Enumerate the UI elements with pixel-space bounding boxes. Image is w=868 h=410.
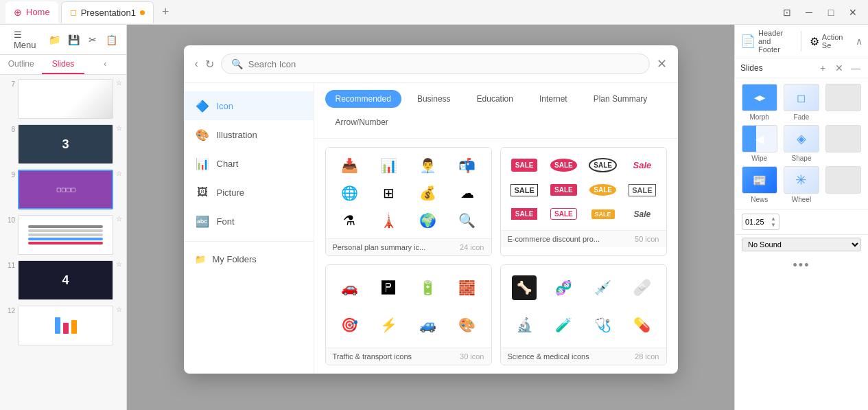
nav-item-illustration[interactable]: 🎨 Illustration xyxy=(184,120,314,149)
transition-wipe[interactable]: ◀ Wipe xyxy=(740,125,778,162)
sale-badge-2: SALE xyxy=(550,159,577,172)
expand-panel-button[interactable]: — xyxy=(849,62,863,73)
tab-education[interactable]: Education xyxy=(467,90,524,108)
icon-item: ⊞ xyxy=(376,181,401,205)
icon-item: 🩹 xyxy=(630,275,655,300)
close-button[interactable]: ✕ xyxy=(843,5,863,20)
more-dots-button[interactable]: ••• xyxy=(793,258,810,273)
icon-card-count: 28 icon xyxy=(635,352,659,361)
modal-header: ‹ ↻ 🔍 ✕ xyxy=(184,45,678,83)
slides-tab[interactable]: Slides xyxy=(42,55,84,74)
duration-input[interactable]: 01.25 ▲ ▼ xyxy=(742,214,779,230)
star-icon[interactable]: ☆ xyxy=(116,306,122,313)
tab-arrow-number[interactable]: Arrow/Number xyxy=(325,113,399,131)
tab-internet[interactable]: Internet xyxy=(529,90,578,108)
add-section-button[interactable]: + xyxy=(816,62,830,73)
icon-card-count: 50 icon xyxy=(635,235,659,243)
reader-footer-button[interactable]: 📄 Header andFooter xyxy=(740,29,793,54)
tab-business[interactable]: Business xyxy=(407,90,461,108)
nav-item-font[interactable]: 🔤 Font xyxy=(184,207,314,236)
close-panel-button[interactable]: ✕ xyxy=(832,62,846,73)
icon-card[interactable]: 🚗 🅿 🔋 🧱 🎯 ⚡ 🚙 🎨 xyxy=(325,264,492,365)
transition-wheel[interactable]: ✳ Wheel xyxy=(782,166,820,203)
duration-spinners[interactable]: ▲ ▼ xyxy=(771,216,776,228)
titlebar: ⊕ Home ◻ Presentation1 + ⊡ ─ □ ✕ xyxy=(0,0,868,25)
open-button[interactable]: 📁 xyxy=(48,30,62,49)
restore-button[interactable]: ⊡ xyxy=(777,5,797,20)
slide-thumbnail[interactable] xyxy=(18,306,113,345)
canvas-area[interactable]: ‹ ↻ 🔍 ✕ 🔷 I xyxy=(127,25,734,410)
list-item: 10 ☆ xyxy=(3,214,124,256)
action-section-button[interactable]: ⚙ Action Se xyxy=(810,33,850,49)
cut-button[interactable]: ✂ xyxy=(86,30,99,49)
home-tab[interactable]: ⊕ Home xyxy=(5,1,58,23)
transitions-header: Slides + ✕ — xyxy=(735,58,868,78)
transition-shape[interactable]: ◈ Shape xyxy=(782,125,820,162)
icon-item: ⚗ xyxy=(337,208,362,233)
picture-nav-icon: 🖼 xyxy=(195,185,210,200)
duration-up-button[interactable]: ▲ xyxy=(771,216,776,222)
more-button[interactable]: ∧ xyxy=(856,36,863,47)
search-input[interactable] xyxy=(248,59,640,69)
paste-button[interactable]: 📋 xyxy=(104,30,118,49)
icon-card[interactable]: SALE SALE SALE xyxy=(500,147,667,256)
slide-thumbnail[interactable]: 4 xyxy=(18,260,113,300)
action-header: 📄 Header andFooter ⚙ Action Se ∧ xyxy=(735,25,868,58)
nav-item-picture[interactable]: 🖼 Picture xyxy=(184,178,314,207)
transition-fade[interactable]: ◻ Fade xyxy=(782,84,820,121)
transition-news[interactable]: 📰 News xyxy=(740,166,778,203)
wheel-thumb: ✳ xyxy=(784,166,819,194)
sound-select[interactable]: No Sound xyxy=(742,238,861,251)
transition-empty-2 xyxy=(825,125,863,162)
transition-morph[interactable]: ◀▶ Morph xyxy=(740,84,778,121)
icon-card[interactable]: 📥 📊 👨‍💼 📬 🌐 ⊞ 💰 ☁ ⚗ xyxy=(325,147,492,256)
icon-card-name: Personal plan summary ic... xyxy=(333,243,426,251)
menu-button[interactable]: ☰ Menu xyxy=(8,27,43,53)
star-icon[interactable]: ☆ xyxy=(116,170,122,177)
save-button[interactable]: 💾 xyxy=(67,30,80,49)
list-item: 12 ☆ xyxy=(3,304,124,347)
icon-card-name: Science & medical icons xyxy=(508,352,589,361)
star-icon[interactable]: ☆ xyxy=(116,215,122,223)
transition-more xyxy=(825,166,863,203)
minimize-button[interactable]: ─ xyxy=(799,5,819,20)
sale-badge-8: SALE xyxy=(629,184,655,196)
folder-icon: 📁 xyxy=(195,254,206,264)
window-controls: ⊡ ─ □ ✕ xyxy=(777,5,863,20)
nav-item-chart[interactable]: 📊 Chart xyxy=(184,149,314,178)
icon-card-name: E-commerce discount pro... xyxy=(508,235,600,243)
search-icon: 🔍 xyxy=(231,58,243,69)
icon-card-footer: E-commerce discount pro... 50 icon xyxy=(501,230,666,247)
collapse-panel-button[interactable]: ‹ xyxy=(84,55,126,74)
icon-item: 💰 xyxy=(416,181,441,205)
nav-item-icon[interactable]: 🔷 Icon xyxy=(184,91,314,120)
home-tab-label: Home xyxy=(26,7,50,17)
outline-tab[interactable]: Outline xyxy=(0,55,42,74)
icon-card[interactable]: 🦴 🧬 💉 🩹 🔬 🧪 🩺 💊 xyxy=(500,264,667,365)
slide-thumbnail[interactable] xyxy=(18,215,113,255)
wipe-thumb: ◀ xyxy=(742,125,777,152)
modal-back-button[interactable]: ‹ xyxy=(195,58,198,70)
sale-badge-10: SALE xyxy=(550,208,577,220)
star-icon[interactable]: ☆ xyxy=(116,260,122,268)
icon-card-body: 🚗 🅿 🔋 🧱 🎯 ⚡ 🚙 🎨 xyxy=(326,265,491,348)
duration-down-button[interactable]: ▼ xyxy=(771,222,776,228)
maximize-button[interactable]: □ xyxy=(821,5,841,20)
slide-thumbnail[interactable] xyxy=(18,79,113,119)
tab-recommended[interactable]: Recommended xyxy=(325,90,401,108)
nav-item-my-folders[interactable]: 📁 My Folders xyxy=(184,247,314,271)
star-icon[interactable]: ☆ xyxy=(116,124,122,132)
slide-thumbnail[interactable]: ◻◻◻◻ xyxy=(18,170,113,209)
icon-item: 👨‍💼 xyxy=(416,153,441,178)
shape-label: Shape xyxy=(792,155,812,162)
star-icon[interactable]: ☆ xyxy=(116,79,122,87)
apply-thumb-2 xyxy=(825,125,861,152)
slide-thumbnail[interactable]: 3 xyxy=(18,124,113,164)
new-tab-button[interactable]: + xyxy=(156,5,175,19)
presentation-tab[interactable]: ◻ Presentation1 xyxy=(61,1,154,23)
icon-item: 📥 xyxy=(337,153,362,178)
tab-plan-summary[interactable]: Plan Summary xyxy=(583,90,658,108)
modal-refresh-button[interactable]: ↻ xyxy=(205,58,214,71)
icon-item: ☁ xyxy=(455,181,480,205)
modal-close-button[interactable]: ✕ xyxy=(657,56,667,71)
